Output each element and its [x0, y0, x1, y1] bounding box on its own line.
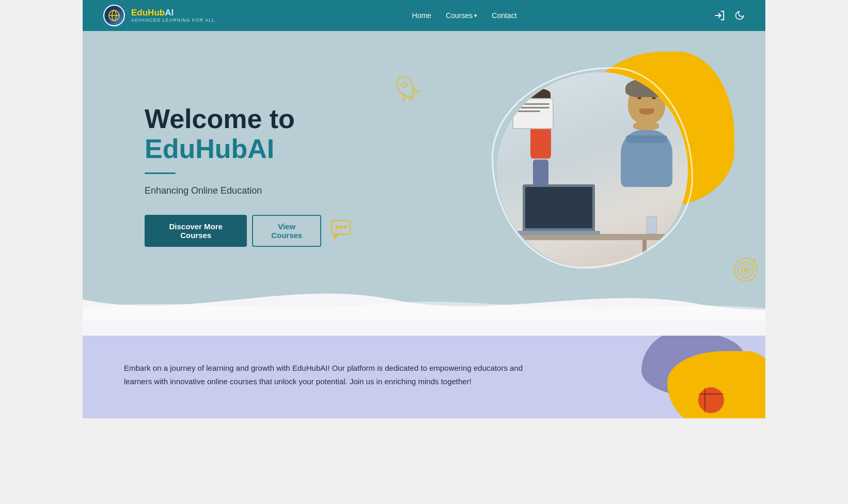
- navbar-actions: [714, 10, 745, 21]
- brand-text: EduHubAI ADVANCED LEARNING FOR ALL: [131, 8, 215, 23]
- hero-title-line1: Welcome to: [145, 104, 351, 134]
- darkmode-button[interactable]: [734, 10, 745, 21]
- hero-wave: [83, 279, 765, 320]
- navbar-brand: EduHubAI ADVANCED LEARNING FOR ALL: [103, 5, 215, 26]
- hero-content: Welcome to EduHubAI Enhancing Online Edu…: [83, 73, 351, 278]
- navbar: EduHubAI ADVANCED LEARNING FOR ALL Home …: [83, 0, 765, 31]
- nav-links: Home Courses ▾ Contact: [412, 11, 517, 20]
- rocket-icon: [385, 67, 430, 114]
- chevron-down-icon: ▾: [474, 12, 477, 19]
- logo: [103, 5, 125, 26]
- logo-icon: [104, 6, 124, 25]
- hero-title-line2: EduHubAI: [145, 134, 351, 165]
- view-courses-button[interactable]: View Courses: [252, 215, 321, 247]
- hero-image-area: [486, 57, 724, 294]
- nav-home[interactable]: Home: [412, 11, 431, 20]
- info-text: Embark on a journey of learning and grow…: [124, 361, 537, 388]
- hero-section: Welcome to EduHubAI Enhancing Online Edu…: [83, 31, 765, 320]
- nav-contact[interactable]: Contact: [492, 11, 516, 20]
- info-section: Embark on a journey of learning and grow…: [83, 336, 765, 418]
- brand-tagline: ADVANCED LEARNING FOR ALL: [131, 18, 215, 23]
- chat-icon: [331, 219, 351, 243]
- discover-button[interactable]: Discover More Courses: [145, 215, 247, 247]
- hero-subtitle: Enhancing Online Education: [145, 185, 351, 196]
- login-button[interactable]: [714, 10, 725, 21]
- svg-point-7: [744, 268, 747, 271]
- basketball-icon: [698, 387, 724, 413]
- wave-gap: [83, 320, 765, 336]
- info-deco: [610, 336, 765, 418]
- svg-point-13: [340, 226, 342, 228]
- svg-point-14: [344, 226, 346, 228]
- hero-divider: [145, 172, 176, 174]
- svg-point-3: [401, 81, 408, 88]
- nav-courses[interactable]: Courses ▾: [446, 11, 477, 20]
- svg-point-12: [336, 226, 338, 228]
- white-ring: [492, 67, 693, 269]
- brand-name: EduHubAI: [131, 8, 215, 18]
- hero-buttons: Discover More Courses View Courses: [145, 215, 351, 247]
